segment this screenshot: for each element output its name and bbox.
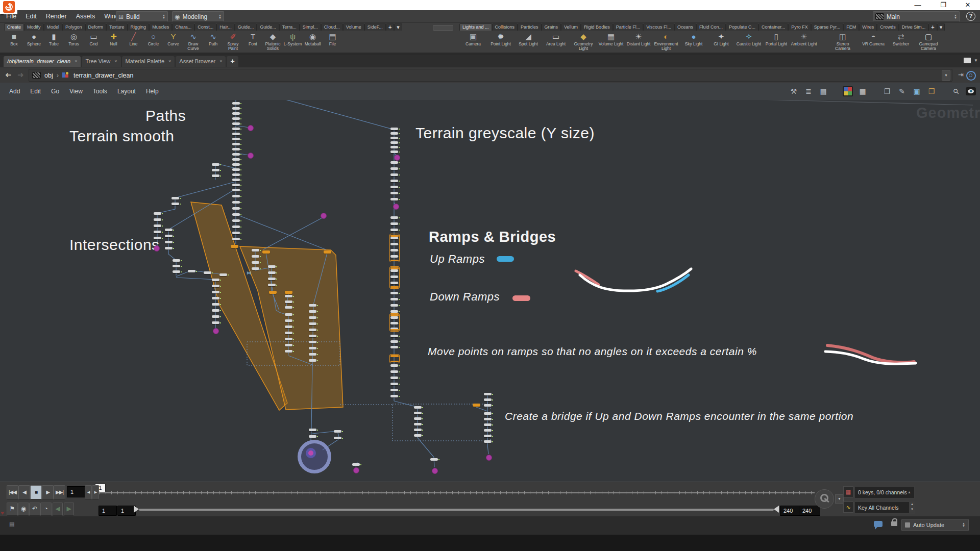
shelf-tab-sidef-[interactable]: SideF... xyxy=(364,23,386,31)
shelf-tab-menu-icon[interactable]: ▾ xyxy=(394,23,402,31)
range-slider[interactable] xyxy=(139,509,774,511)
network-node[interactable] xyxy=(232,133,240,135)
wrench-icon[interactable]: ⚒ xyxy=(789,86,799,96)
undo-behavior-icon[interactable]: ↶ xyxy=(29,503,40,516)
network-node[interactable] xyxy=(484,404,492,407)
network-node[interactable] xyxy=(268,284,276,286)
shelf-tool-point-light[interactable]: ✹Point Light xyxy=(487,31,514,53)
network-node[interactable] xyxy=(309,359,316,362)
keyframe-colors-icon[interactable]: ▦ xyxy=(843,486,853,497)
network-node[interactable] xyxy=(232,238,240,240)
shelf-tool-draw-curve[interactable]: ∿Draw Curve xyxy=(183,31,203,53)
pane-tab-material-palette[interactable]: Material Palette× xyxy=(122,56,175,67)
menu-assets[interactable]: Assets xyxy=(76,13,95,20)
minimize-button[interactable]: — xyxy=(910,1,925,10)
network-node[interactable] xyxy=(309,435,316,438)
network-menu-add[interactable]: Add xyxy=(9,88,20,95)
keys-status[interactable]: 0 keys, 0/0 channels▲ xyxy=(854,486,915,498)
network-node[interactable] xyxy=(232,122,240,125)
image-add-icon[interactable]: ▣ xyxy=(912,86,922,96)
network-node[interactable] xyxy=(154,231,161,233)
network-node[interactable] xyxy=(204,271,211,274)
shelf-tab-grains[interactable]: Grains xyxy=(542,23,561,31)
shelf-tab-lights-and-[interactable]: Lights and ... xyxy=(459,23,492,31)
desktop-modeling-selector[interactable]: ◉ Modeling ▲▼ xyxy=(172,11,224,22)
network-node[interactable] xyxy=(390,364,398,367)
network-node[interactable] xyxy=(154,212,161,215)
maximize-button[interactable]: ❐ xyxy=(936,1,951,10)
breadcrumb-node[interactable]: terrain_drawer_clean xyxy=(74,72,133,79)
shelf-tool-file[interactable]: ▤File xyxy=(323,31,342,53)
network-menu-go[interactable]: Go xyxy=(51,88,59,95)
network-node[interactable] xyxy=(285,344,292,346)
network-node[interactable] xyxy=(165,247,173,249)
network-node[interactable] xyxy=(414,406,422,409)
network-node[interactable] xyxy=(188,270,195,272)
network-node[interactable] xyxy=(390,370,398,373)
network-node[interactable] xyxy=(414,412,422,414)
search-icon[interactable]: ⚲ xyxy=(949,84,963,98)
network-node[interactable] xyxy=(212,291,219,293)
network-node[interactable] xyxy=(232,128,240,130)
network-node[interactable] xyxy=(268,265,276,268)
network-node[interactable] xyxy=(252,255,259,258)
network-node[interactable] xyxy=(390,383,398,385)
spinner-icon[interactable]: ▲▼ xyxy=(162,14,165,19)
shelf-tab-guide-[interactable]: Guide... xyxy=(257,23,279,31)
network-node[interactable] xyxy=(285,295,292,297)
shelf-tab-rigid-bodies[interactable]: Rigid Bodies xyxy=(581,23,613,31)
network-node[interactable] xyxy=(352,463,360,466)
shelf-tab-pyro-fx[interactable]: Pyro FX xyxy=(788,23,811,31)
shelf-tab-guide-[interactable]: Guide... xyxy=(235,23,257,31)
shelf-tab-modify[interactable]: Modify xyxy=(24,23,44,31)
pin-icon[interactable]: ⇥ xyxy=(958,71,964,79)
network-node[interactable] xyxy=(390,229,398,231)
shelf-tab-const-[interactable]: Const... xyxy=(194,23,216,31)
shelf-tab-volume[interactable]: Volume xyxy=(343,23,364,31)
back-arrow-icon[interactable]: ➜ xyxy=(5,70,12,79)
network-node[interactable] xyxy=(154,237,161,239)
network-node[interactable] xyxy=(212,169,219,171)
network-node[interactable] xyxy=(390,304,398,307)
spinner-icon[interactable]: ▲▼ xyxy=(954,14,957,19)
network-node[interactable] xyxy=(268,278,276,280)
realtime-toggle-icon[interactable]: ◔ xyxy=(40,503,52,516)
shelf-tab-terra-[interactable]: Terra... xyxy=(279,23,300,31)
add-shelf-tab-button[interactable]: + xyxy=(928,23,937,31)
network-node[interactable] xyxy=(390,173,398,176)
range-start2-field[interactable]: 1 xyxy=(117,506,136,516)
pointer-select-icon[interactable]: ⚑ xyxy=(7,503,18,516)
shelf-tab-wires[interactable]: Wires xyxy=(859,23,877,31)
network-node[interactable] xyxy=(212,285,219,287)
network-node[interactable] xyxy=(390,216,398,219)
network-node-highlighted[interactable] xyxy=(231,245,238,248)
network-node[interactable] xyxy=(390,146,398,148)
frame-step-back-button[interactable]: ◀ xyxy=(85,485,92,499)
shelf-tool-distant-light[interactable]: ☀Distant Light xyxy=(625,31,652,53)
stop-button[interactable]: ■ xyxy=(30,485,42,499)
shelf-tool-caustic-light[interactable]: ✧Caustic Light xyxy=(735,31,763,53)
network-node[interactable] xyxy=(285,338,292,340)
shelf-tool-curve[interactable]: YCurve xyxy=(163,31,183,53)
close-tab-icon[interactable]: × xyxy=(219,56,222,67)
spinner-icon[interactable]: ▲▼ xyxy=(909,502,915,513)
shelf-tool-volume-light[interactable]: ▦Volume Light xyxy=(597,31,625,53)
null-node-dot[interactable] xyxy=(353,467,359,473)
network-node[interactable] xyxy=(232,163,240,166)
network-editor[interactable]: Geometry PathsTerrain smoothTerrain grey… xyxy=(0,100,980,482)
network-node[interactable] xyxy=(285,319,292,322)
add-shelf-tab-button[interactable]: + xyxy=(386,23,394,31)
network-box-highlight[interactable] xyxy=(389,313,400,332)
network-node[interactable] xyxy=(212,303,219,306)
close-tab-icon[interactable]: × xyxy=(75,56,77,67)
add-pane-tab-button[interactable]: + xyxy=(227,56,238,67)
shelf-tool-null[interactable]: ✚Null xyxy=(104,31,124,53)
shelf-tool-box[interactable]: ■Box xyxy=(4,31,24,53)
network-node[interactable] xyxy=(252,261,259,264)
network-node-highlighted[interactable] xyxy=(324,251,331,254)
network-node[interactable] xyxy=(232,173,240,176)
network-node[interactable] xyxy=(232,153,240,156)
shelf-tab-chara-[interactable]: Chara... xyxy=(172,23,194,31)
shelf-tool-area-light[interactable]: ▭Area Light xyxy=(542,31,570,53)
network-node[interactable] xyxy=(390,192,398,194)
